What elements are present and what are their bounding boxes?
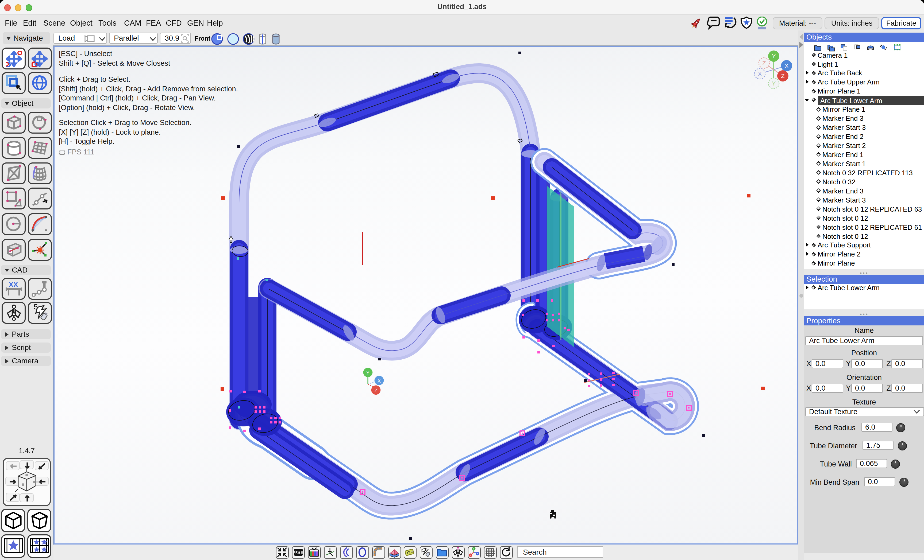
svg-text:Z: Z [762,60,766,66]
svg-text:Y: Y [772,53,776,60]
svg-text:Y: Y [366,370,369,376]
svg-text:Z: Z [470,554,471,557]
svg-text:XX: XX [9,280,18,289]
svg-text:X: X [378,378,381,384]
svg-text:X: X [477,552,478,555]
svg-text:Y: Y [772,80,776,87]
svg-text:Z: Z [375,388,378,393]
svg-text:Y: Y [473,547,475,550]
svg-text:Z: Z [781,73,784,79]
svg-text:Sh: Sh [297,550,303,555]
svg-text:X: X [785,63,789,69]
svg-text:X: X [758,70,762,77]
